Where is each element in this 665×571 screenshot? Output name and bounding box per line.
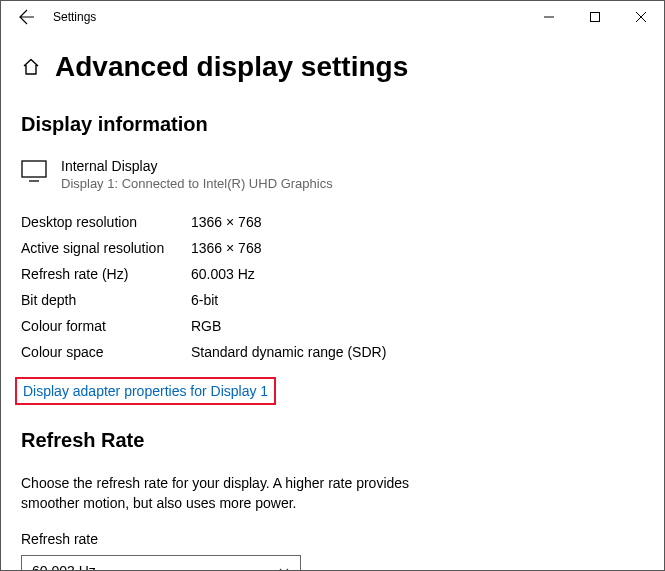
display-adapter-link[interactable]: Display adapter properties for Display 1 <box>23 383 268 399</box>
spec-value: 6-bit <box>191 292 218 308</box>
window-controls <box>526 1 664 33</box>
adapter-link-highlight: Display adapter properties for Display 1 <box>15 377 276 405</box>
spec-label: Colour format <box>21 318 191 334</box>
svg-rect-1 <box>22 161 46 177</box>
spec-label: Colour space <box>21 344 191 360</box>
spec-row: Active signal resolution 1366 × 768 <box>21 235 644 261</box>
home-button[interactable] <box>21 57 41 77</box>
display-info-heading: Display information <box>21 113 644 136</box>
display-connection: Display 1: Connected to Intel(R) UHD Gra… <box>61 176 333 191</box>
spec-label: Bit depth <box>21 292 191 308</box>
svg-rect-0 <box>591 13 600 22</box>
spec-label: Desktop resolution <box>21 214 191 230</box>
spec-value: 1366 × 768 <box>191 240 261 256</box>
refresh-rate-description: Choose the refresh rate for your display… <box>21 474 461 513</box>
spec-value: 60.003 Hz <box>191 266 255 282</box>
spec-value: Standard dynamic range (SDR) <box>191 344 386 360</box>
spec-row: Refresh rate (Hz) 60.003 Hz <box>21 261 644 287</box>
page-header: Advanced display settings <box>21 51 644 83</box>
minimize-button[interactable] <box>526 1 572 33</box>
spec-row: Bit depth 6-bit <box>21 287 644 313</box>
titlebar: Settings <box>1 1 664 33</box>
window-title: Settings <box>53 10 526 24</box>
refresh-rate-dropdown[interactable]: 60.003 Hz <box>21 555 301 570</box>
refresh-rate-heading: Refresh Rate <box>21 429 644 452</box>
display-summary-text: Internal Display Display 1: Connected to… <box>61 158 333 191</box>
spec-label: Refresh rate (Hz) <box>21 266 191 282</box>
monitor-icon <box>21 160 47 185</box>
spec-row: Colour space Standard dynamic range (SDR… <box>21 339 644 365</box>
spec-table: Desktop resolution 1366 × 768 Active sig… <box>21 209 644 365</box>
home-icon <box>21 57 41 77</box>
back-button[interactable] <box>7 1 47 33</box>
close-button[interactable] <box>618 1 664 33</box>
refresh-rate-selected: 60.003 Hz <box>32 563 96 570</box>
refresh-rate-label: Refresh rate <box>21 531 644 547</box>
chevron-down-icon <box>278 565 290 570</box>
spec-row: Colour format RGB <box>21 313 644 339</box>
page-title: Advanced display settings <box>55 51 408 83</box>
maximize-button[interactable] <box>572 1 618 33</box>
spec-row: Desktop resolution 1366 × 768 <box>21 209 644 235</box>
settings-window: Settings Advanced display settings Displ… <box>0 0 665 571</box>
spec-value: RGB <box>191 318 221 334</box>
close-icon <box>636 12 646 22</box>
spec-label: Active signal resolution <box>21 240 191 256</box>
content-area: Advanced display settings Display inform… <box>1 33 664 570</box>
minimize-icon <box>544 12 554 22</box>
maximize-icon <box>590 12 600 22</box>
back-arrow-icon <box>19 9 35 25</box>
display-summary: Internal Display Display 1: Connected to… <box>21 158 644 191</box>
display-name: Internal Display <box>61 158 333 174</box>
spec-value: 1366 × 768 <box>191 214 261 230</box>
